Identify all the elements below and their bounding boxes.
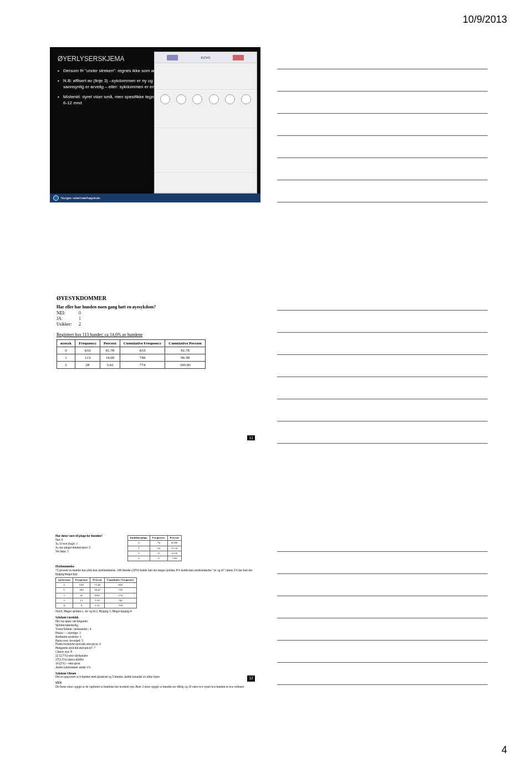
answer-row: Usikker:2 bbox=[57, 322, 254, 327]
eye-diagram-icon bbox=[225, 94, 235, 104]
list-item: Vorter/føflekt- tårekanalin ; 4 bbox=[55, 627, 255, 631]
list-item: Ekstra — øyevipp: 3 bbox=[55, 631, 255, 635]
eye-diagram-icon bbox=[176, 94, 186, 104]
syn-title: SYN bbox=[55, 681, 255, 685]
oyebet-title: Øyebetennelse bbox=[55, 565, 255, 568]
list-item: Sjelden/umerkelig; bbox=[55, 623, 255, 627]
ecvo-logo-text: ECVO bbox=[201, 56, 210, 59]
oyelokk-title: Sykdom i øyelokk bbox=[55, 616, 255, 619]
ecvo-form-image: ECVO bbox=[154, 52, 257, 194]
slide-page-num: 12 bbox=[247, 675, 255, 682]
slide-11: ØYESYKDOMMER Har eller har hunden noen g… bbox=[50, 288, 260, 444]
oyebet-text: 73 prosent av hunder har aldri hatt øyeb… bbox=[55, 568, 255, 576]
slide-footer: Norges veterinærhøgskole bbox=[50, 194, 260, 202]
notes-lines bbox=[277, 47, 488, 202]
list-item: Rødhudet øyehelte: 1 bbox=[55, 635, 255, 639]
footer-text: Norges veterinærhøgskole bbox=[61, 196, 100, 200]
eye-diagram-icon bbox=[160, 94, 170, 104]
eye-diagram-icon bbox=[241, 94, 251, 104]
answer-row: NEI:0 bbox=[57, 311, 254, 316]
slide-page-num: 11 bbox=[247, 435, 255, 440]
slide-10: ØYERLYSERSKJEMA Dersom fri "under streke… bbox=[50, 47, 260, 202]
summary-line: Andre sykdommer under 1% bbox=[55, 666, 255, 669]
rasen-title: Sykdom i linsen bbox=[55, 672, 255, 675]
plage-table: konkløyeplageFrequencyPercent 07465.80 1… bbox=[127, 535, 182, 561]
frequency-table: øyesyk Frequency Percent Cumulative Freq… bbox=[57, 339, 206, 369]
footer-logo-icon bbox=[53, 195, 59, 201]
plage-question: Har dette vært til plage for hunden? bbox=[55, 534, 127, 538]
list-item: Hengende øyelokk ektropion?: 7 bbox=[55, 646, 255, 650]
oyebet-table: oyebetennFrequencyPercentCumulative Freq… bbox=[55, 577, 137, 609]
slide-11-question: Har eller har hunden noen gang hatt en ø… bbox=[57, 304, 254, 309]
plage-row: Ja, har plaget hunden mye: 2 bbox=[55, 546, 127, 550]
notes-lines bbox=[277, 288, 488, 444]
oyelokk-intro: Det var spurt om følgende: bbox=[55, 619, 255, 623]
summary-line: 27(3,3%) ekstra hårfile bbox=[55, 658, 255, 662]
notes-lines bbox=[277, 530, 488, 685]
plage-row: Nei: 0 bbox=[55, 538, 127, 542]
list-item: Cherry eye: 8 bbox=[55, 650, 255, 654]
syn-text: De fleste eiere oppgir at de oppfatter a… bbox=[55, 685, 255, 689]
plage-row: Vet ikke: 3 bbox=[55, 550, 127, 553]
list-item: Fremoverbøyde øyelokk entropion: 6 bbox=[55, 642, 255, 646]
slide-11-heading: ØYESYKDOMMER bbox=[57, 295, 254, 301]
page-date: 10/9/2013 bbox=[463, 14, 507, 26]
eye-diagram-icon bbox=[209, 94, 219, 104]
rasen-text: Det er rapportert at 6 hunder med glauko… bbox=[55, 675, 255, 679]
list-item: Ektis/over- hvordød: 5 bbox=[55, 639, 255, 643]
form-logo-icon bbox=[167, 55, 178, 60]
plage-row: Ja, til noe plage: 1 bbox=[55, 542, 127, 546]
oyebet-key: Nei:0, Meget sjelden:1, Av og til:2, Hyp… bbox=[55, 609, 255, 613]
eye-diagram-icon bbox=[192, 94, 202, 104]
page-number: 4 bbox=[502, 744, 507, 756]
answer-row: JA:1 bbox=[57, 316, 254, 321]
registered-line: Registrert hos 113 hunder; ca 14,6% av h… bbox=[57, 332, 254, 337]
summary-line: 16 (2%) – entropion bbox=[55, 662, 255, 666]
summary-line: 22 (2,7%) tette tårekanaler bbox=[55, 654, 255, 658]
slide-12: Har dette vært til plage for hunden? Nei… bbox=[50, 530, 260, 685]
form-emblem-icon bbox=[233, 55, 244, 60]
